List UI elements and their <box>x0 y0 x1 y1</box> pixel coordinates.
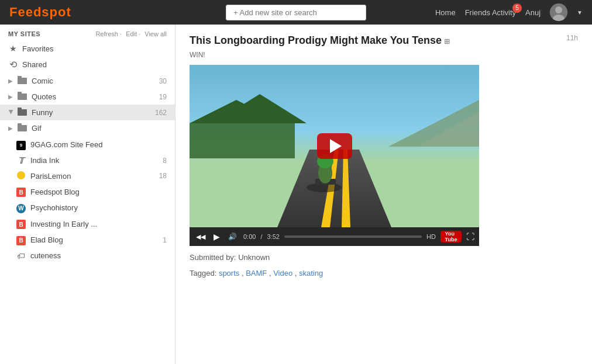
favorites-label: Favorites <box>22 44 53 53</box>
svg-rect-9 <box>18 125 27 131</box>
sidebar-item-elad-blog[interactable]: B Elad Blog 1 <box>0 232 175 248</box>
sidebar: MY SITES Refresh · Edit · View all ★ Fav… <box>0 25 175 364</box>
svg-rect-4 <box>18 76 22 78</box>
folder-icon <box>18 76 27 86</box>
main-layout: MY SITES Refresh · Edit · View all ★ Fav… <box>0 25 592 364</box>
tag-bamf[interactable]: BAMF <box>246 269 267 278</box>
article-header: This Longboarding Prodigy Might Make You… <box>190 34 578 47</box>
svg-point-1 <box>555 6 562 13</box>
search-container <box>226 5 366 20</box>
sidebar-item-investing-early[interactable]: B Investing In Early ... <box>0 216 175 233</box>
psychohistory-label: Psychohistory <box>30 203 78 212</box>
paris-lemon-icon <box>16 171 26 181</box>
9gag-label: 9GAG.com Site Feed <box>30 140 103 149</box>
svg-rect-14 <box>190 123 295 158</box>
play-pause-button[interactable]: ▶ <box>212 232 222 241</box>
sidebar-item-feedspot-blog[interactable]: B Feedspot Blog <box>0 184 175 200</box>
sidebar-actions: Refresh · Edit · View all <box>93 30 167 37</box>
chevron-down-icon: ▶ <box>8 110 15 116</box>
elad-blog-label: Elad Blog <box>30 235 63 244</box>
article-source: WIN! <box>190 51 578 59</box>
cuteness-label: cuteness <box>30 251 61 260</box>
edit-link[interactable]: Edit <box>126 30 137 37</box>
star-icon: ★ <box>8 44 18 53</box>
home-link[interactable]: Home <box>435 8 456 17</box>
svg-rect-8 <box>18 108 22 110</box>
brand-name: Feedspot <box>9 5 71 19</box>
funny-count: 162 <box>155 109 167 117</box>
paris-lemon-count: 18 <box>159 172 167 180</box>
9gag-icon: 9 <box>16 139 26 150</box>
elad-blog-icon: B <box>16 235 26 245</box>
article-title: This Longboarding Prodigy Might Make You… <box>190 34 557 47</box>
play-icon <box>330 139 342 153</box>
paris-lemon-label: ParisLemon <box>30 172 71 181</box>
elad-blog-count: 1 <box>163 236 167 244</box>
folder-icon <box>18 123 27 133</box>
navbar-right: Home Friends Activity 5 Anuj ▼ <box>435 4 583 21</box>
india-ink-label: India Ink <box>30 156 59 165</box>
sidebar-item-gif[interactable]: ▶ Gif <box>0 120 175 136</box>
comic-label: Comic <box>32 77 53 85</box>
sidebar-item-comic[interactable]: ▶ Comic 30 <box>0 73 175 89</box>
friends-activity-button[interactable]: Friends Activity 5 <box>465 8 516 17</box>
refresh-link[interactable]: Refresh <box>95 30 118 37</box>
svg-rect-5 <box>18 93 27 100</box>
video-scene <box>190 65 479 227</box>
sidebar-item-paris-lemon[interactable]: ParisLemon 18 <box>0 168 175 184</box>
current-time: 0:00 <box>243 233 256 240</box>
friends-activity-link[interactable]: Friends Activity <box>465 8 516 17</box>
user-name: Anuj <box>525 8 541 17</box>
brand-logo[interactable]: Feedspot <box>9 5 71 20</box>
fullscreen-button[interactable]: ⛶ <box>466 232 474 241</box>
submitted-by: Submitted by: Unknown <box>190 253 578 262</box>
gif-label: Gif <box>32 124 42 133</box>
funny-label: Funny <box>32 108 53 117</box>
tag-icon: 🏷 <box>16 251 26 261</box>
sidebar-item-psychohistory[interactable]: W Psychohistory <box>0 200 175 216</box>
sidebar-item-cuteness[interactable]: 🏷 cuteness <box>0 248 175 264</box>
svg-rect-6 <box>18 92 22 94</box>
retweet-icon: ⟲ <box>8 59 18 70</box>
folder-icon <box>18 108 27 117</box>
tagged-section: Tagged: sports , BAMF , Video , skating <box>190 269 578 278</box>
user-dropdown-arrow[interactable]: ▼ <box>577 9 583 16</box>
quotes-label: Quotes <box>32 92 56 101</box>
chevron-right-icon: ▶ <box>8 78 14 84</box>
svg-rect-10 <box>18 123 22 126</box>
india-ink-icon: 𝕋 <box>16 156 26 165</box>
sidebar-item-funny[interactable]: ▶ Funny 162 <box>0 105 175 120</box>
india-ink-count: 8 <box>163 157 167 165</box>
sidebar-item-quotes[interactable]: ▶ Quotes 19 <box>0 89 175 105</box>
sidebar-item-favorites[interactable]: ★ Favorites <box>0 41 175 56</box>
youtube-icon[interactable]: YouTube <box>440 231 462 242</box>
tag-skating[interactable]: skating <box>299 269 323 278</box>
play-button[interactable] <box>317 133 352 159</box>
view-all-link[interactable]: View all <box>144 30 167 37</box>
progress-bar[interactable] <box>284 235 422 238</box>
sidebar-item-india-ink[interactable]: 𝕋 India Ink 8 <box>0 153 175 168</box>
avatar[interactable] <box>550 4 567 21</box>
main-content: This Longboarding Prodigy Might Make You… <box>175 25 592 364</box>
comic-count: 30 <box>159 77 167 85</box>
video-controls: ◀◀ ▶ 🔊 0:00 / 3:52 HD YouTube ⛶ <box>190 227 479 246</box>
submitted-user: Unknown <box>238 253 270 262</box>
chevron-right-icon: ▶ <box>8 93 14 100</box>
feedspot-blog-label: Feedspot Blog <box>30 188 80 196</box>
search-input[interactable] <box>226 5 366 20</box>
investing-early-label: Investing In Early ... <box>30 220 97 228</box>
friends-badge: 5 <box>512 4 522 13</box>
chevron-right-icon: ▶ <box>8 125 14 131</box>
tag-video[interactable]: Video <box>273 269 292 278</box>
ext-link-icon[interactable]: ⊞ <box>444 37 450 46</box>
volume-button[interactable]: 🔊 <box>226 233 239 241</box>
quotes-count: 19 <box>159 93 167 101</box>
hd-button[interactable]: HD <box>426 233 436 240</box>
article-time: 11h <box>566 34 578 42</box>
sidebar-item-shared[interactable]: ⟲ Shared <box>0 56 175 73</box>
video-player[interactable] <box>190 65 479 227</box>
rewind-button[interactable]: ◀◀ <box>194 233 207 241</box>
svg-rect-7 <box>18 109 27 116</box>
tag-sports[interactable]: sports <box>219 269 239 278</box>
sidebar-item-9gag[interactable]: 9 9GAG.com Site Feed <box>0 136 175 153</box>
